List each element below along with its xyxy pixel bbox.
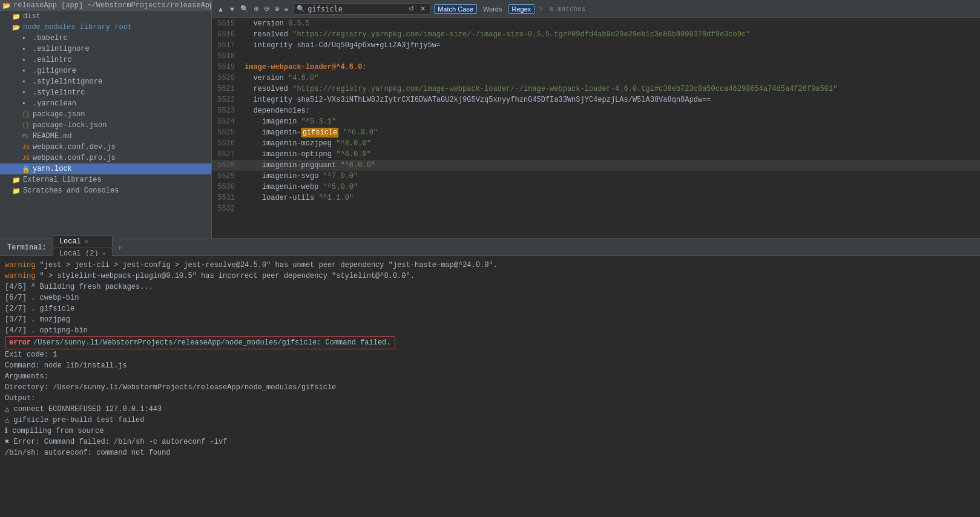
error-text: /Users/sunny.li/WebstormProjects/release… — [33, 337, 391, 348]
folder-icon: 📁 — [12, 176, 21, 184]
sidebar-item-dist[interactable]: 📁dist — [0, 11, 211, 22]
code-line: 5525 imagemin-gifsicle "^6.0.0" — [212, 127, 980, 138]
code-line: 5524 imagemin "^5.3.1" — [212, 116, 980, 127]
sidebar-item-readmemd[interactable]: M↓README.md — [0, 131, 211, 142]
regex-button[interactable]: Regex — [508, 4, 535, 14]
code-field: imagemin-pngquant — [245, 161, 336, 170]
js-file-icon: JS — [22, 143, 30, 151]
line-content: imagemin-svgo "^7.0.0" — [242, 171, 980, 182]
folder-open-icon: 📂 — [2, 2, 11, 10]
search-bar: ▲ ▼ 🔍 ⊕ ⊖ ⊗ ≡ 🔍 ↺ ✕ Match Case Words Reg… — [212, 0, 980, 18]
terminal-line: error /Users/sunny.li/WebstormProjects/r… — [5, 336, 975, 349]
terminal-tabs: Terminal: Local✕Local (2)✕ + — [0, 239, 980, 256]
code-line: 5528 imagemin-pngquant "^6.0.0" — [212, 160, 980, 171]
terminal-line: [4/7] . optipng-bin — [5, 325, 975, 336]
sidebar-item-webpackconfpro[interactable]: JSwebpack.conf.pro.js — [0, 153, 211, 163]
terminal-label: Terminal: — [2, 243, 51, 252]
sidebar-item-babelrc[interactable]: ▪.babelrc — [0, 33, 211, 44]
code-view[interactable]: 5515 version 0.5.55516 resolved "https:/… — [212, 18, 980, 238]
line-content: imagemin-pngquant "^6.0.0" — [242, 160, 980, 171]
search-extra2-button[interactable]: ⊖ — [262, 4, 271, 13]
sidebar-item-node_modules[interactable]: 📂node_modules library root — [0, 22, 211, 33]
code-field: version — [245, 19, 284, 28]
line-number: 5517 — [212, 40, 242, 51]
json-file-icon: {} — [22, 111, 30, 118]
terminal-line: Directory: /Users/sunny.li/WebstormProje… — [5, 382, 975, 393]
info-text: [4/7] . optipng-bin — [5, 326, 88, 335]
sidebar-item-label: yarn.lock — [33, 165, 72, 173]
terminal-line: [2/7] . gifsicle — [5, 303, 975, 314]
sidebar-item-yarnlock[interactable]: 🔒yarn.lock — [0, 163, 211, 174]
code-line: 5516 resolved "https://registry.yarnpkg.… — [212, 29, 980, 40]
terminal-add-button[interactable]: + — [114, 243, 126, 252]
search-refresh-button[interactable]: ↺ — [407, 4, 416, 13]
sidebar-item-webpackconfdev[interactable]: JSwebpack.conf.dev.js — [0, 142, 211, 153]
line-number: 5526 — [212, 138, 242, 149]
search-filter-button[interactable]: ≡ — [283, 4, 290, 13]
match-case-button[interactable]: Match Case — [434, 4, 477, 14]
search-up-button[interactable]: ▲ — [215, 4, 226, 13]
line-content: resolved "https://registry.yarnpkg.com/i… — [242, 29, 980, 40]
line-number: 5519 — [212, 62, 242, 73]
plain-text: Directory: /Users/sunny.li/WebstormProje… — [5, 383, 336, 392]
search-nav-buttons: ▲ ▼ 🔍 ⊕ ⊖ ⊗ ≡ — [215, 4, 290, 13]
code-plain: sha512-VXs3iNThLW8JzIytrCXI6DWATaGU2kj9G… — [292, 96, 711, 104]
line-content: version 0.5.5 — [242, 18, 980, 29]
file-icon: ▪ — [22, 100, 30, 107]
file-icon: ▪ — [22, 45, 30, 53]
code-field: imagemin-svgo — [245, 172, 318, 180]
sidebar-item-packagelockjson[interactable]: {}package-lock.json — [0, 120, 211, 131]
terminal-tab-close-local[interactable]: ✕ — [85, 238, 88, 245]
md-file-icon: M↓ — [22, 133, 30, 140]
code-url: "https://registry.yarnpkg.com/image-size… — [288, 30, 750, 39]
words-button[interactable]: Words — [479, 4, 506, 14]
plain-text: Arguments: — [5, 372, 48, 381]
code-string: "^1.1.0" — [314, 194, 354, 202]
sidebar-item-eslintrc[interactable]: ▪.eslintrc — [0, 54, 211, 65]
sidebar-item-gitignore[interactable]: ▪.gitignore — [0, 65, 211, 76]
terminal-line: [4/5] ^ Building fresh packages... — [5, 282, 975, 292]
sidebar-item-scratchesconsoles[interactable]: 📁Scratches and Consoles — [0, 185, 211, 196]
terminal-line: Output: — [5, 393, 975, 404]
error-label: error — [9, 337, 31, 348]
code-field: integrity — [245, 96, 292, 104]
sidebar-item-label: .yarnclean — [33, 99, 76, 108]
search-input[interactable] — [307, 5, 404, 13]
sidebar-item-stylelintrc[interactable]: ▪.stylelintrc — [0, 87, 211, 98]
sidebar-item-externallibs[interactable]: 📁External Libraries — [0, 174, 211, 185]
info-text: [4/5] ^ Building fresh packages... — [5, 283, 153, 291]
plain-text: △ gifsicle pre-build test failed — [5, 416, 144, 424]
search-extra1-button[interactable]: ⊕ — [252, 4, 261, 13]
search-clear-button[interactable]: ✕ — [418, 4, 427, 13]
code-string: "^6.0.0" — [332, 150, 371, 159]
search-icon: 🔍 — [297, 5, 305, 13]
search-match-current: gifsicle — [301, 128, 339, 137]
terminal-tab-label: Local — [59, 237, 81, 246]
line-content: image-webpack-loader@^4.6.0: — [242, 62, 980, 73]
sidebar-item-stylelintignore[interactable]: ▪.stylelintignore — [0, 76, 211, 87]
sidebar-item-label: .gitignore — [33, 67, 76, 75]
line-number: 5524 — [212, 116, 242, 127]
search-find-usages-button[interactable]: 🔍 — [238, 4, 251, 13]
search-down-button[interactable]: ▼ — [227, 4, 237, 13]
terminal-line: Exit code: 1 — [5, 349, 975, 360]
line-number: 5518 — [212, 51, 242, 62]
search-extra3-button[interactable]: ⊗ — [272, 4, 281, 13]
terminal-tab-local[interactable]: Local✕ — [53, 235, 113, 248]
sidebar-item-label: package.json — [33, 110, 85, 119]
terminal-line: [6/7] . cwebp-bin — [5, 292, 975, 303]
terminal-content[interactable]: warning "jest > jest-cli > jest-config >… — [0, 256, 980, 517]
line-number: 5520 — [212, 73, 242, 84]
info-text: [6/7] . cwebp-bin — [5, 294, 79, 302]
code-field: integrity — [245, 41, 292, 50]
code-line: 5527 imagemin-optipng "^6.0.0" — [212, 149, 980, 160]
sidebar-item-releaseapp[interactable]: 📂releaseApp [app] ~/WebstormProjects/rel… — [0, 0, 211, 11]
code-string: "^7.0.0" — [318, 172, 358, 180]
sidebar-item-yarnclean[interactable]: ▪.yarnclean — [0, 98, 211, 109]
folder-icon: 📁 — [12, 187, 21, 195]
sidebar-item-eslintignore[interactable]: ▪.eslintignore — [0, 44, 211, 54]
sidebar-item-label: .babelrc — [33, 34, 68, 42]
code-field: resolved — [245, 85, 288, 93]
sidebar-item-label: .eslintrc — [33, 56, 72, 64]
sidebar-item-packagejson[interactable]: {}package.json — [0, 109, 211, 120]
